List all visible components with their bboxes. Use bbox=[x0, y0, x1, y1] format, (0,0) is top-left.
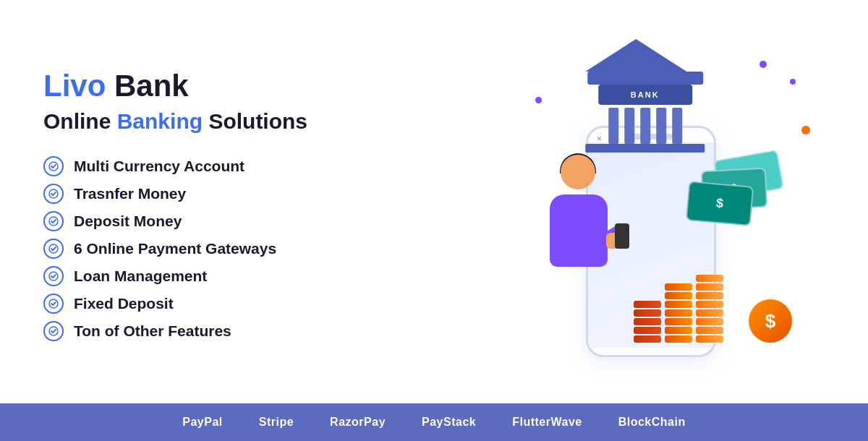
right-section: BANK × bbox=[477, 39, 825, 372]
feature-label-multi-currency: Multi Currency Account bbox=[74, 158, 244, 175]
coin-stack-3 bbox=[696, 275, 723, 343]
feature-label-loan-management: Loan Management bbox=[74, 267, 207, 285]
bank-columns bbox=[585, 108, 705, 144]
subtitle-part3: Solutions bbox=[203, 109, 307, 133]
check-icon-transfer-money bbox=[43, 184, 64, 204]
check-icon-other-features bbox=[43, 321, 64, 341]
bank-column-1 bbox=[608, 108, 618, 144]
coin-stack-1 bbox=[634, 301, 661, 343]
check-icon-fixed-deposit bbox=[43, 294, 64, 314]
logo-area: Livo Bank bbox=[43, 69, 477, 103]
mini-phone bbox=[615, 223, 629, 249]
footer-bar: PayPalStripeRazorPayPayStackFlutterWaveB… bbox=[0, 403, 868, 441]
coin-2a bbox=[665, 283, 692, 291]
bank-roof bbox=[585, 39, 686, 72]
bank-column-4 bbox=[656, 108, 666, 144]
coin-3a bbox=[696, 275, 723, 282]
coin-1e bbox=[634, 335, 661, 343]
feature-label-other-features: Ton of Other Features bbox=[74, 322, 231, 340]
coin-2b bbox=[665, 292, 692, 299]
left-section: Livo Bank Online Banking Solutions Multi… bbox=[43, 69, 477, 341]
feature-item-loan-management: Loan Management bbox=[43, 266, 477, 286]
coin-stacks-group bbox=[634, 275, 723, 343]
coin-3d bbox=[696, 301, 723, 308]
brand-name-part1: Livo bbox=[43, 69, 106, 103]
coin-1b bbox=[634, 309, 661, 317]
coin-2c bbox=[665, 301, 692, 308]
coin-3e bbox=[696, 309, 723, 317]
feature-item-transfer-money: Trasnfer Money bbox=[43, 184, 477, 204]
payment-partner-razorpay: RazorPay bbox=[330, 416, 386, 429]
coin-2d bbox=[665, 309, 692, 317]
bank-label-bar: BANK bbox=[598, 85, 692, 105]
main-content: Livo Bank Online Banking Solutions Multi… bbox=[0, 0, 868, 403]
dollar-coin: $ bbox=[749, 299, 792, 343]
subtitle-part1: Online bbox=[43, 109, 117, 133]
features-list: Multi Currency Account Trasnfer Money De… bbox=[43, 156, 477, 341]
brand-name-part2: Bank bbox=[106, 69, 188, 103]
coin-3c bbox=[696, 292, 723, 299]
coin-1d bbox=[634, 327, 661, 334]
illustration: BANK × bbox=[499, 39, 803, 372]
payment-partner-blockchain: BlockChain bbox=[618, 416, 686, 429]
coin-stack-2 bbox=[665, 283, 692, 343]
feature-label-transfer-money: Trasnfer Money bbox=[74, 185, 186, 202]
feature-label-fixed-deposit: Fixed Deposit bbox=[74, 295, 174, 312]
subtitle-part2: Banking bbox=[117, 109, 203, 133]
feature-item-multi-currency: Multi Currency Account bbox=[43, 156, 477, 176]
feature-item-payment-gateways: 6 Online Payment Gateways bbox=[43, 239, 477, 259]
check-icon-deposit-money bbox=[43, 211, 64, 231]
coin-3g bbox=[696, 327, 723, 334]
bank-column-2 bbox=[624, 108, 634, 144]
bank-label-text: BANK bbox=[631, 90, 660, 99]
bank-column-3 bbox=[640, 108, 650, 144]
dollar-coin-symbol: $ bbox=[765, 310, 775, 333]
check-icon-loan-management bbox=[43, 266, 64, 286]
bill-3-symbol: $ bbox=[715, 196, 724, 212]
payment-partner-paypal: PayPal bbox=[182, 416, 222, 429]
feature-item-fixed-deposit: Fixed Deposit bbox=[43, 294, 477, 314]
feature-item-other-features: Ton of Other Features bbox=[43, 321, 477, 341]
brand-title: Livo Bank bbox=[43, 69, 477, 103]
bank-base bbox=[585, 144, 705, 153]
coin-1a bbox=[634, 301, 661, 308]
person-head bbox=[561, 155, 595, 189]
bank-building: BANK bbox=[585, 39, 705, 153]
coin-2e bbox=[665, 318, 692, 325]
coin-3f bbox=[696, 318, 723, 325]
bank-top-bar bbox=[587, 72, 703, 85]
money-bill-3: $ bbox=[686, 181, 754, 226]
feature-label-deposit-money: Deposit Money bbox=[74, 213, 182, 230]
payment-partner-paystack: PayStack bbox=[422, 416, 476, 429]
coin-3b bbox=[696, 283, 723, 291]
coin-3h bbox=[696, 335, 723, 343]
coin-2g bbox=[665, 335, 692, 343]
feature-item-deposit-money: Deposit Money bbox=[43, 211, 477, 231]
feature-label-payment-gateways: 6 Online Payment Gateways bbox=[74, 240, 276, 257]
brand-subtitle: Online Banking Solutions bbox=[43, 108, 477, 134]
coin-2f bbox=[665, 327, 692, 334]
check-icon-multi-currency bbox=[43, 156, 64, 176]
coin-1c bbox=[634, 318, 661, 325]
person-body bbox=[550, 194, 608, 267]
person-figure bbox=[521, 155, 637, 335]
bank-column-5 bbox=[672, 108, 682, 144]
check-icon-payment-gateways bbox=[43, 239, 64, 259]
payment-partner-flutterwave: FlutterWave bbox=[512, 416, 582, 429]
payment-partner-stripe: Stripe bbox=[259, 416, 294, 429]
